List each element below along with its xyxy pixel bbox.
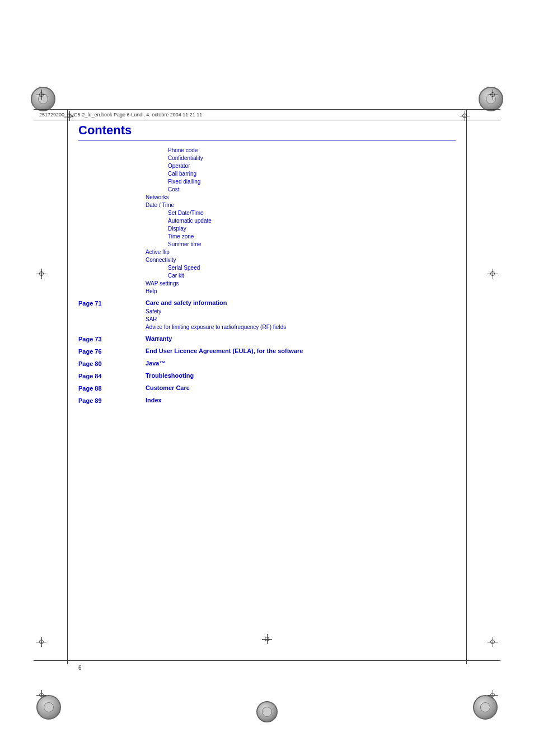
toc-entry-time-zone: Time zone [146,233,456,241]
toc-row-page84: Page 84 Troubleshooting [78,372,456,381]
header-cross-left [64,111,74,121]
toc-entry-serial-speed: Serial Speed [146,265,456,273]
toc-row-page88: Page 88 Customer Care [78,384,456,393]
bot-center-gear [256,701,278,722]
toc-page-80: Page 80 [78,360,146,367]
footer-line [34,660,500,661]
toc-entry-call-barring: Call barring [146,171,456,179]
toc-page-88: Page 88 [78,384,146,392]
toc-entry-auto-update: Automatic update [146,218,456,226]
list-item: Help [78,288,456,296]
toc-entry-help: Help [146,288,456,296]
toc-entry-summer-time: Summer time [146,241,456,249]
bot-left-mid-crosshair [36,637,46,647]
toc-sub-advice-rf: Advice for limiting exposure to radiofre… [146,324,456,332]
list-item: Advice for limiting exposure to radiofre… [78,324,456,332]
toc-entry-phone-code: Phone code [146,147,456,155]
toc-entry-operator: Operator [146,163,456,171]
list-item: Active flip [78,249,456,257]
toc-page-73: Page 73 [78,335,146,342]
toc-entry-networks: Networks [146,194,456,202]
list-item: Automatic update [78,218,456,226]
list-item: Operator [78,163,456,171]
toc-title-customer-care: Customer Care [146,384,456,391]
list-item: Time zone [78,233,456,241]
mid-right-crosshair [488,269,498,279]
toc-row-page73: Page 73 Warranty [78,335,456,344]
toc-page-89: Page 89 [78,397,146,404]
toc-title-java: Java™ [146,360,456,367]
list-item: Serial Speed [78,265,456,273]
toc-title-warranty: Warranty [146,335,456,342]
toc-entry-cost: Cost [146,186,456,194]
list-item: Date / Time [78,202,456,210]
mid-left-crosshair [36,269,46,279]
toc-title-troubleshooting: Troubleshooting [146,372,456,379]
list-item: Call barring [78,171,456,179]
bot-center-crosshair [262,634,272,644]
toc-entry-display: Display [146,226,456,233]
header-strip: 251729200_myC5-2_lu_en.book Page 6 Lundi… [34,109,500,120]
toc-page-71: Page 71 [78,299,146,307]
toc-page-76: Page 76 [78,348,146,355]
list-item: Safety [78,308,456,316]
bot-right-mid-crosshair [488,637,498,647]
toc-row-page80: Page 80 Java™ [78,360,456,369]
header-text: 251729200_myC5-2_lu_en.book Page 6 Lundi… [34,112,202,118]
main-content: Contents Phone code Confidentiality Oper… [78,123,456,406]
page-number: 6 [78,665,82,671]
toc-entry-datetime: Date / Time [146,202,456,210]
toc-entry-active-flip: Active flip [146,249,456,257]
toc-title-eula: End User Licence Agreement (EULA), for t… [146,348,456,354]
toc-entry-wap-settings: WAP settings [146,280,456,288]
toc-entry-set-datetime: Set Date/Time [146,210,456,218]
toc-row-page89: Page 89 Index [78,397,456,406]
toc-row-page71: Page 71 Care and safety information [78,299,456,308]
corner-tl-crosshair [36,90,46,100]
toc-entry-confidentiality: Confidentiality [146,155,456,163]
side-line-right [466,109,467,664]
list-item: WAP settings [78,280,456,288]
toc-sub-sar: SAR [146,316,456,324]
toc-entry-fixed-dialling: Fixed dialling [146,179,456,186]
toc-entry-connectivity: Connectivity [146,257,456,265]
header-cross-right [460,111,470,121]
list-item: Summer time [78,241,456,249]
list-item: Cost [78,186,456,194]
toc-row-page76: Page 76 End User Licence Agreement (EULA… [78,348,456,356]
list-item: Car kit [78,273,456,280]
toc-title-care-safety: Care and safety information [146,299,456,306]
toc-entry-car-kit: Car kit [146,273,456,280]
list-item: Display [78,226,456,233]
toc-page-84: Page 84 [78,372,146,379]
bot-right-gear [473,695,498,720]
list-item: Confidentiality [78,155,456,163]
page-title: Contents [78,123,456,140]
list-item: Networks [78,194,456,202]
toc-title-index: Index [146,397,456,403]
side-line-left [67,109,68,664]
list-item: Phone code [78,147,456,155]
toc-sub-safety: Safety [146,308,456,316]
list-item: Connectivity [78,257,456,265]
list-item: Fixed dialling [78,179,456,186]
toc-container: Phone code Confidentiality Operator Call… [78,147,456,406]
bot-left-gear [36,695,61,720]
corner-tr-crosshair [488,90,498,100]
list-item: Set Date/Time [78,210,456,218]
list-item: SAR [78,316,456,324]
